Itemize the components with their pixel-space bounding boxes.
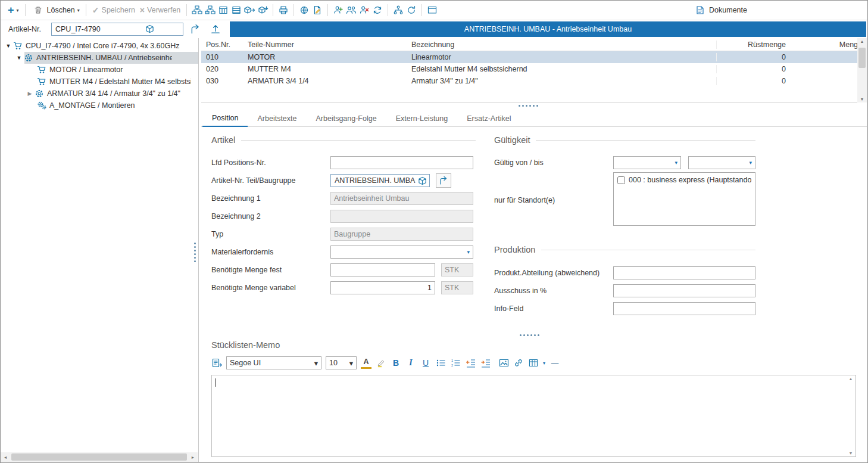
menge-variabel-label: Benötigte Menge variabel — [211, 281, 296, 294]
article-nr-value: CPU_I7-4790 — [55, 25, 117, 33]
bom-structure-alt-icon[interactable] — [204, 4, 217, 17]
schedule-icon[interactable] — [217, 4, 230, 17]
column-header-qty[interactable]: Menge — [791, 41, 867, 49]
print-icon[interactable] — [277, 4, 290, 17]
insert-link-icon[interactable] — [513, 357, 524, 369]
article-cube-icon[interactable] — [418, 176, 427, 185]
insert-image-icon[interactable] — [498, 357, 509, 369]
materialerfordernis-select[interactable]: ▾ — [330, 246, 473, 259]
scroll-up-icon[interactable]: ▲ — [857, 39, 867, 43]
tree-item-label: MOTOR / Linearmotor — [49, 66, 123, 74]
import-article-icon[interactable] — [256, 4, 269, 17]
users-icon[interactable] — [345, 4, 358, 17]
insert-table-icon[interactable] — [528, 357, 539, 369]
scroll-down-icon[interactable]: ▼ — [857, 97, 867, 101]
upload-structure-button[interactable] — [207, 22, 224, 36]
ausschuss-input[interactable] — [613, 284, 755, 297]
column-header-desc[interactable]: Bezeichnung — [407, 41, 716, 49]
menge-fest-label: Benötigte Menge fest — [211, 263, 282, 276]
discard-button[interactable]: × Verwerfen — [138, 4, 183, 16]
tree-horizontal-scrollbar[interactable]: ◄ ► — [1, 452, 198, 462]
column-header-pos[interactable]: Pos.Nr. — [201, 41, 243, 49]
info-feld-input[interactable] — [613, 302, 755, 315]
tab-ersatz-artikel[interactable]: Ersatz-Artikel — [457, 111, 520, 126]
scroll-right-icon[interactable]: ► — [188, 455, 198, 459]
tree-item-assembly[interactable]: ▼ ANTRIEBSEINH. UMBAU / Antriebseinheit … — [15, 52, 198, 64]
table-splitter-handle[interactable] — [199, 105, 857, 107]
edit-document-icon[interactable] — [311, 4, 324, 17]
font-color-icon[interactable]: A — [361, 357, 371, 369]
scrollbar-thumb[interactable] — [11, 453, 187, 461]
tree-expander-icon[interactable]: ▼ — [4, 43, 13, 49]
table-row[interactable]: 030 ARMATUR 3/4 1/4 Armatur 3/4" zu 1/4"… — [201, 75, 867, 87]
table-row[interactable]: 010 MOTOR Linearmotor 0 1 — [201, 51, 867, 63]
chevron-down-icon: ▾ — [17, 8, 19, 13]
tab-arbeitstexte[interactable]: Arbeitstexte — [248, 111, 306, 126]
refresh-icon[interactable] — [405, 4, 418, 17]
export-article-icon[interactable] — [243, 4, 256, 17]
italic-icon[interactable]: I — [405, 357, 416, 369]
panel-splitter-handle[interactable] — [194, 243, 196, 262]
globe-settings-icon[interactable] — [298, 4, 311, 17]
bold-icon[interactable]: B — [391, 357, 401, 369]
memo-textarea[interactable]: ▲ ▼ — [211, 375, 856, 457]
outdent-icon[interactable] — [465, 357, 476, 369]
standort-option-row[interactable]: 000 : business express (Hauptstandort) — [617, 176, 751, 184]
documents-button[interactable]: Dokumente — [691, 2, 750, 18]
remove-user-icon[interactable] — [358, 4, 371, 17]
indent-icon[interactable] — [480, 357, 491, 369]
tree-expander-icon[interactable]: ▶ — [26, 91, 34, 97]
scroll-left-icon[interactable]: ◄ — [1, 455, 10, 459]
produkt-abteilung-input[interactable] — [613, 266, 755, 279]
bullet-list-icon[interactable] — [435, 357, 446, 369]
scrollbar-thumb[interactable] — [858, 48, 866, 68]
sync-users-icon[interactable] — [371, 4, 384, 17]
gueltig-von-select[interactable]: ▾ — [613, 156, 681, 169]
delete-button[interactable]: Löschen ▾ — [29, 2, 82, 18]
tab-extern-leistung[interactable]: Extern-Leistung — [386, 111, 458, 126]
chevron-down-icon[interactable]: ▾ — [543, 361, 545, 366]
font-family-select[interactable]: Segoe UI ▾ — [226, 356, 321, 369]
table-vertical-scrollbar[interactable]: ▲ ▼ — [857, 38, 867, 102]
insert-textmodule-icon[interactable] — [211, 357, 222, 369]
window-icon[interactable] — [426, 4, 439, 17]
table-row[interactable]: 020 MUTTER M4 Edelstahl Mutter M4 selbst… — [201, 63, 867, 75]
artikel-nr-teil-input[interactable]: ANTRIEBSEINH. UMBAU — [330, 174, 430, 187]
highlight-icon[interactable] — [376, 357, 386, 369]
schedule-alt-icon[interactable] — [230, 4, 243, 17]
tree-item-motor[interactable]: MOTOR / Linearmotor — [36, 64, 198, 76]
new-button[interactable]: + ▾ — [5, 4, 21, 16]
lfd-pos-input[interactable] — [330, 156, 473, 169]
scroll-down-icon[interactable]: ▼ — [847, 451, 854, 455]
standort-listbox[interactable]: 000 : business express (Hauptstandort) — [613, 172, 755, 226]
gueltig-bis-select[interactable]: ▾ — [688, 156, 755, 169]
hierarchy-icon[interactable] — [392, 4, 405, 17]
menge-variabel-input[interactable] — [330, 281, 435, 294]
bom-structure-icon[interactable] — [191, 4, 204, 17]
tree-item-armatur[interactable]: ▶ ARMATUR 3/4 1/4 / Armatur 3/4" zu 1/4" — [26, 88, 198, 100]
numbered-list-icon[interactable]: 12 — [450, 357, 461, 369]
form-splitter-handle[interactable] — [201, 334, 857, 336]
section-title: Produktion — [494, 245, 535, 254]
scroll-up-icon[interactable]: ▲ — [847, 377, 854, 381]
tab-position[interactable]: Position — [202, 111, 248, 127]
standort-checkbox[interactable] — [617, 176, 625, 184]
add-user-icon[interactable] — [332, 4, 345, 17]
underline-icon[interactable]: U — [420, 357, 431, 369]
column-header-setup-qty[interactable]: Rüstmenge — [716, 41, 791, 49]
menge-fest-input[interactable] — [330, 263, 435, 276]
tab-arbeitsgang-folge[interactable]: Arbeitsgang-Folge — [307, 111, 386, 126]
open-article-button[interactable] — [436, 173, 451, 188]
article-nr-input[interactable]: CPU_I7-4790 — [51, 23, 183, 36]
horizontal-rule-icon[interactable]: — — [549, 357, 560, 369]
save-button[interactable]: ✓ Speichern — [90, 4, 138, 16]
tree-item-root[interactable]: ▼ CPU_I7-4790 / Intel Core i7-4790, 4x 3… — [4, 40, 198, 52]
tree-expander-icon[interactable]: ▼ — [15, 55, 23, 61]
font-size-select[interactable]: 10 ▾ — [326, 356, 357, 369]
tree-item-montage[interactable]: A_MONTAGE / Montieren — [36, 100, 198, 111]
goto-article-button[interactable] — [187, 22, 204, 36]
article-cube-icon[interactable] — [119, 24, 180, 35]
artikel-nr-teil-label: Artikel-Nr. Teil/Baugruppe — [211, 174, 296, 187]
tree-item-mutter[interactable]: MUTTER M4 / Edelstahl Mutter M4 selbstsi… — [36, 76, 198, 88]
column-header-part[interactable]: Teile-Nummer — [243, 41, 407, 49]
